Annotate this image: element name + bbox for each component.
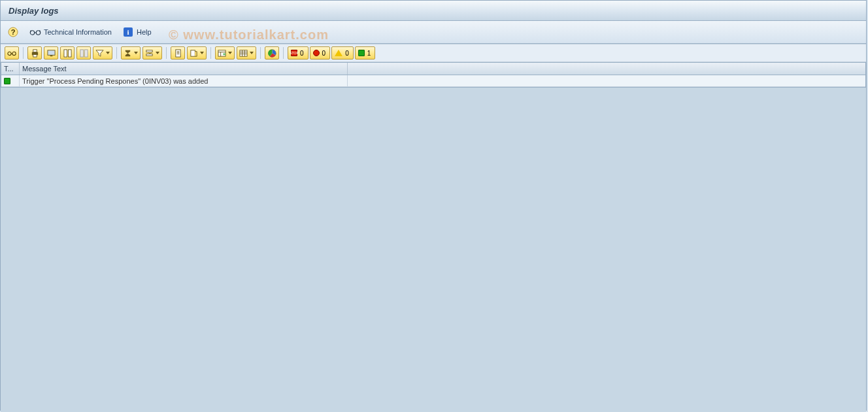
separator (210, 47, 211, 59)
glasses-icon (7, 48, 16, 58)
success-count: 1 (367, 50, 371, 57)
glasses-icon (29, 26, 41, 38)
find-button[interactable] (60, 46, 75, 60)
details-button[interactable] (5, 46, 19, 60)
print-button[interactable] (27, 46, 42, 60)
layout-button[interactable] (215, 46, 235, 60)
help-button[interactable]: i Help (120, 25, 154, 39)
graphic-button[interactable] (265, 46, 279, 60)
find-icon (63, 48, 72, 58)
separator (283, 47, 284, 59)
separator (166, 47, 167, 59)
log-grid: T... Message Text Trigger "Process Pendi… (1, 62, 866, 88)
error-count: 0 (322, 50, 326, 57)
subtotal-button[interactable] (142, 46, 162, 60)
warning-count-button[interactable]: 0 (331, 46, 354, 60)
svg-rect-15 (80, 49, 83, 56)
filter-view-button[interactable] (44, 46, 58, 60)
page-title: Display logs (8, 6, 59, 16)
success-count-button[interactable]: 1 (355, 46, 376, 60)
grid-icon (239, 48, 248, 58)
pie-icon (267, 48, 276, 58)
question-icon: ? (7, 26, 19, 38)
svg-rect-9 (33, 49, 37, 52)
table-row[interactable]: Trigger "Process Pending Respones" (0INV… (1, 75, 865, 87)
help-question-button[interactable]: ? (5, 25, 22, 39)
info-icon: i (122, 26, 134, 38)
application-toolbar: ? Technical Information i Help (1, 21, 866, 44)
help-label: Help (137, 28, 152, 36)
column-header-type[interactable]: T... (1, 63, 20, 75)
svg-rect-22 (223, 53, 225, 55)
separator (260, 47, 261, 59)
svg-rect-14 (68, 49, 71, 56)
printer-icon (30, 48, 39, 58)
row-type-cell (1, 75, 20, 86)
funnel-icon (95, 48, 104, 58)
row-message-cell: Trigger "Process Pending Respones" (0INV… (20, 75, 348, 86)
stop-icon: STOP (291, 50, 297, 56)
technical-information-label: Technical Information (44, 28, 112, 36)
warning-icon (335, 50, 342, 56)
separator (23, 47, 24, 59)
svg-text:?: ? (11, 28, 16, 36)
separator (116, 47, 117, 59)
svg-rect-10 (33, 54, 37, 57)
svg-rect-12 (50, 55, 52, 56)
grid-header: T... Message Text (1, 63, 865, 75)
svg-point-6 (8, 52, 11, 55)
export-button[interactable] (187, 46, 207, 60)
svg-text:i: i (127, 28, 129, 36)
set-filter-button[interactable] (93, 46, 112, 60)
svg-rect-13 (63, 49, 67, 56)
svg-rect-17 (146, 50, 152, 52)
sigma-icon (123, 48, 132, 58)
svg-rect-18 (146, 54, 152, 56)
page-icon (173, 48, 182, 58)
warning-count: 0 (345, 50, 349, 57)
success-icon (4, 78, 10, 84)
find-next-icon (79, 48, 88, 58)
svg-rect-19 (175, 49, 180, 56)
sum-button[interactable] (121, 46, 141, 60)
success-icon (358, 50, 365, 56)
technical-information-button[interactable]: Technical Information (27, 25, 114, 39)
title-bar: Display logs (1, 1, 866, 21)
window: Display logs ? Technical Information i H… (0, 0, 867, 411)
export-icon (189, 48, 198, 58)
print-preview-button[interactable] (171, 46, 185, 60)
svg-rect-11 (47, 50, 54, 54)
stop-count-button[interactable]: STOP 0 (288, 46, 309, 60)
find-next-button[interactable] (76, 46, 91, 60)
stop-count: 0 (300, 50, 304, 57)
layout-icon (217, 48, 226, 58)
svg-rect-16 (84, 49, 88, 56)
display-icon (46, 48, 56, 58)
change-layout-button[interactable] (237, 46, 256, 60)
error-count-button[interactable]: 0 (310, 46, 331, 60)
svg-rect-23 (239, 50, 246, 56)
alv-toolbar: STOP 0 0 0 1 (1, 44, 866, 62)
error-icon (313, 50, 320, 56)
column-header-message[interactable]: Message Text (20, 63, 348, 75)
content-area (1, 88, 866, 412)
svg-rect-20 (190, 50, 195, 56)
svg-point-7 (12, 52, 16, 55)
subtotal-icon (144, 48, 154, 58)
